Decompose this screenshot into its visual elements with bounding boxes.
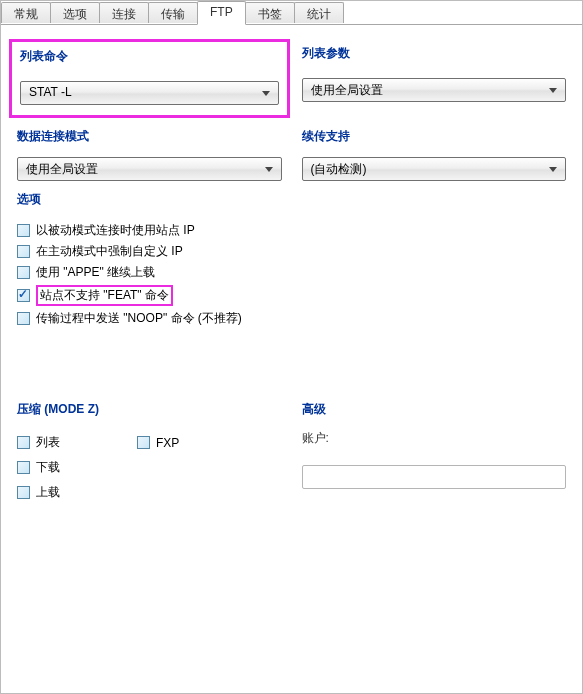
option-label: 在主动模式中强制自定义 IP [36,243,183,260]
list-params-select[interactable]: 使用全局设置 [302,78,567,102]
list-command-group: 列表命令 STAT -L [17,45,282,118]
option-noop: 传输过程中发送 "NOOP" 命令 (不推荐) [17,310,566,327]
list-command-select[interactable]: STAT -L [20,81,279,105]
tab-label: 常规 [14,7,38,21]
option-force-active-ip: 在主动模式中强制自定义 IP [17,243,566,260]
compress-item-label: 下载 [36,459,60,476]
account-input[interactable] [302,465,567,489]
options-label: 选项 [17,191,566,208]
data-conn-label: 数据连接模式 [17,128,282,145]
data-conn-select[interactable]: 使用全局设置 [17,157,282,181]
ftp-panel: 列表命令 STAT -L 列表参数 使用全局设置 数据连接模式 使用全局设置 续… [1,25,582,521]
tab-transfer[interactable]: 传输 [148,2,198,23]
compress-item-label: 上载 [36,484,60,501]
checkbox-compress-fxp[interactable] [137,436,150,449]
checkbox-compress-upload[interactable] [17,486,30,499]
resume-label: 续传支持 [302,128,567,145]
compress-label: 压缩 (MODE Z) [17,401,282,418]
tab-connection[interactable]: 连接 [99,2,149,23]
option-label: 使用 "APPE" 继续上载 [36,264,155,281]
checkbox-force-active-ip[interactable] [17,245,30,258]
compress-upload: 上载 [17,484,137,501]
compress-fxp: FXP [137,434,282,451]
checkbox-compress-list[interactable] [17,436,30,449]
tab-label: 选项 [63,7,87,21]
list-params-group: 列表参数 使用全局设置 [302,45,567,118]
option-label: 以被动模式连接时使用站点 IP [36,222,195,239]
checkbox-compress-download[interactable] [17,461,30,474]
advanced-label: 高级 [302,401,567,418]
tab-general[interactable]: 常规 [1,2,51,23]
tab-label: 连接 [112,7,136,21]
compress-list: 列表 [17,434,137,451]
compress-group: 压缩 (MODE Z) 列表 FXP 下载 上载 [17,401,282,505]
list-params-label: 列表参数 [302,45,567,62]
tab-ftp[interactable]: FTP [197,1,246,25]
highlight-box-no-feat: 站点不支持 "FEAT" 命令 [36,285,173,306]
option-label: 站点不支持 "FEAT" 命令 [40,288,169,302]
compress-download: 下载 [17,459,137,476]
account-label: 账户: [302,430,567,447]
resume-select[interactable]: (自动检测) [302,157,567,181]
data-conn-value: 使用全局设置 [26,162,98,176]
checkbox-appe-upload[interactable] [17,266,30,279]
data-conn-group: 数据连接模式 使用全局设置 [17,128,282,181]
highlight-box-list-command: 列表命令 STAT -L [9,39,290,118]
resume-value: (自动检测) [311,162,367,176]
checkbox-no-feat[interactable] [17,289,30,302]
tab-options[interactable]: 选项 [50,2,100,23]
tab-bookmarks[interactable]: 书签 [245,2,295,23]
tab-label: 传输 [161,7,185,21]
tab-label: 统计 [307,7,331,21]
spacer [17,341,566,391]
compress-item-label: FXP [156,436,179,450]
option-label: 传输过程中发送 "NOOP" 命令 (不推荐) [36,310,242,327]
compress-item-label: 列表 [36,434,60,451]
resume-group: 续传支持 (自动检测) [302,128,567,181]
list-command-label: 列表命令 [20,48,279,65]
list-command-value: STAT -L [29,85,72,99]
tab-stats[interactable]: 统计 [294,2,344,23]
list-params-value: 使用全局设置 [311,83,383,97]
checkbox-noop[interactable] [17,312,30,325]
option-appe-upload: 使用 "APPE" 继续上载 [17,264,566,281]
tab-label: 书签 [258,7,282,21]
option-passive-site-ip: 以被动模式连接时使用站点 IP [17,222,566,239]
tab-bar: 常规 选项 连接 传输 FTP 书签 统计 [1,1,582,25]
tab-label: FTP [210,5,233,19]
option-no-feat: 站点不支持 "FEAT" 命令 [17,285,566,306]
options-group: 选项 以被动模式连接时使用站点 IP 在主动模式中强制自定义 IP 使用 "AP… [17,191,566,331]
checkbox-passive-site-ip[interactable] [17,224,30,237]
advanced-group: 高级 账户: [302,401,567,505]
